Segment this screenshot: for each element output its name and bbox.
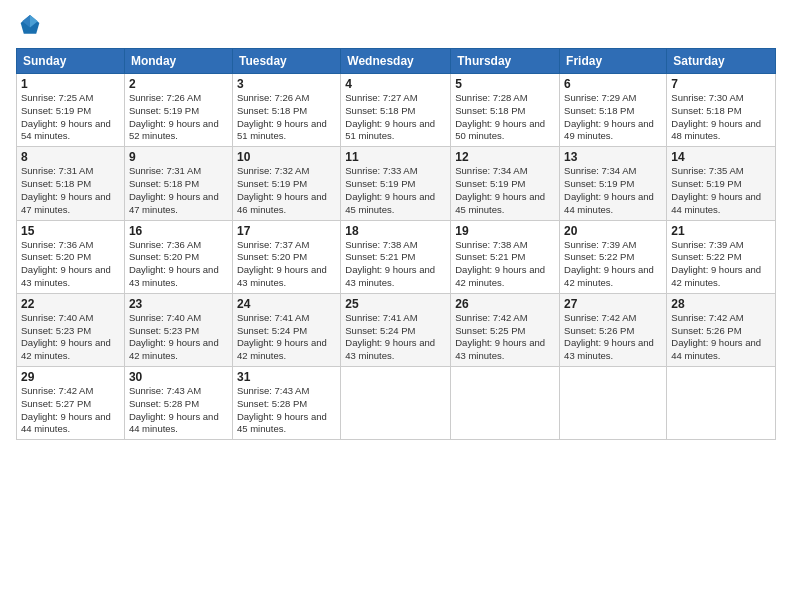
day-number: 13 <box>564 150 662 164</box>
calendar-day-cell: 17 Sunrise: 7:37 AM Sunset: 5:20 PM Dayl… <box>232 220 340 293</box>
day-info: Sunrise: 7:40 AM Sunset: 5:23 PM Dayligh… <box>21 312 120 363</box>
day-number: 7 <box>671 77 771 91</box>
calendar-day-cell: 20 Sunrise: 7:39 AM Sunset: 5:22 PM Dayl… <box>560 220 667 293</box>
calendar-day-cell: 5 Sunrise: 7:28 AM Sunset: 5:18 PM Dayli… <box>451 74 560 147</box>
calendar-table: SundayMondayTuesdayWednesdayThursdayFrid… <box>16 48 776 440</box>
day-info: Sunrise: 7:31 AM Sunset: 5:18 PM Dayligh… <box>21 165 120 216</box>
empty-cell <box>667 367 776 440</box>
day-number: 22 <box>21 297 120 311</box>
day-number: 11 <box>345 150 446 164</box>
day-info: Sunrise: 7:40 AM Sunset: 5:23 PM Dayligh… <box>129 312 228 363</box>
calendar-day-cell: 14 Sunrise: 7:35 AM Sunset: 5:19 PM Dayl… <box>667 147 776 220</box>
calendar-day-cell: 26 Sunrise: 7:42 AM Sunset: 5:25 PM Dayl… <box>451 293 560 366</box>
calendar-header-sunday: Sunday <box>17 49 125 74</box>
day-number: 5 <box>455 77 555 91</box>
day-number: 4 <box>345 77 446 91</box>
day-info: Sunrise: 7:32 AM Sunset: 5:19 PM Dayligh… <box>237 165 336 216</box>
empty-cell <box>341 367 451 440</box>
calendar-day-cell: 11 Sunrise: 7:33 AM Sunset: 5:19 PM Dayl… <box>341 147 451 220</box>
logo-icon <box>16 12 44 40</box>
calendar-day-cell: 23 Sunrise: 7:40 AM Sunset: 5:23 PM Dayl… <box>124 293 232 366</box>
day-info: Sunrise: 7:42 AM Sunset: 5:26 PM Dayligh… <box>564 312 662 363</box>
day-info: Sunrise: 7:36 AM Sunset: 5:20 PM Dayligh… <box>129 239 228 290</box>
day-number: 10 <box>237 150 336 164</box>
calendar-day-cell: 19 Sunrise: 7:38 AM Sunset: 5:21 PM Dayl… <box>451 220 560 293</box>
day-info: Sunrise: 7:26 AM Sunset: 5:19 PM Dayligh… <box>129 92 228 143</box>
calendar-day-cell: 8 Sunrise: 7:31 AM Sunset: 5:18 PM Dayli… <box>17 147 125 220</box>
calendar-header-tuesday: Tuesday <box>232 49 340 74</box>
day-number: 6 <box>564 77 662 91</box>
calendar-day-cell: 18 Sunrise: 7:38 AM Sunset: 5:21 PM Dayl… <box>341 220 451 293</box>
day-number: 3 <box>237 77 336 91</box>
calendar-day-cell: 12 Sunrise: 7:34 AM Sunset: 5:19 PM Dayl… <box>451 147 560 220</box>
day-info: Sunrise: 7:41 AM Sunset: 5:24 PM Dayligh… <box>237 312 336 363</box>
empty-cell <box>451 367 560 440</box>
day-info: Sunrise: 7:31 AM Sunset: 5:18 PM Dayligh… <box>129 165 228 216</box>
calendar-header-wednesday: Wednesday <box>341 49 451 74</box>
calendar-day-cell: 27 Sunrise: 7:42 AM Sunset: 5:26 PM Dayl… <box>560 293 667 366</box>
day-number: 20 <box>564 224 662 238</box>
day-number: 14 <box>671 150 771 164</box>
day-info: Sunrise: 7:42 AM Sunset: 5:26 PM Dayligh… <box>671 312 771 363</box>
day-info: Sunrise: 7:30 AM Sunset: 5:18 PM Dayligh… <box>671 92 771 143</box>
calendar-day-cell: 4 Sunrise: 7:27 AM Sunset: 5:18 PM Dayli… <box>341 74 451 147</box>
day-number: 17 <box>237 224 336 238</box>
calendar-day-cell: 21 Sunrise: 7:39 AM Sunset: 5:22 PM Dayl… <box>667 220 776 293</box>
day-info: Sunrise: 7:42 AM Sunset: 5:27 PM Dayligh… <box>21 385 120 436</box>
empty-cell <box>560 367 667 440</box>
day-info: Sunrise: 7:38 AM Sunset: 5:21 PM Dayligh… <box>455 239 555 290</box>
calendar-header-monday: Monday <box>124 49 232 74</box>
day-info: Sunrise: 7:37 AM Sunset: 5:20 PM Dayligh… <box>237 239 336 290</box>
day-number: 21 <box>671 224 771 238</box>
day-info: Sunrise: 7:39 AM Sunset: 5:22 PM Dayligh… <box>671 239 771 290</box>
calendar-header-row: SundayMondayTuesdayWednesdayThursdayFrid… <box>17 49 776 74</box>
calendar-day-cell: 24 Sunrise: 7:41 AM Sunset: 5:24 PM Dayl… <box>232 293 340 366</box>
day-number: 18 <box>345 224 446 238</box>
calendar-day-cell: 9 Sunrise: 7:31 AM Sunset: 5:18 PM Dayli… <box>124 147 232 220</box>
day-info: Sunrise: 7:43 AM Sunset: 5:28 PM Dayligh… <box>129 385 228 436</box>
day-number: 12 <box>455 150 555 164</box>
day-info: Sunrise: 7:43 AM Sunset: 5:28 PM Dayligh… <box>237 385 336 436</box>
day-info: Sunrise: 7:39 AM Sunset: 5:22 PM Dayligh… <box>564 239 662 290</box>
day-number: 29 <box>21 370 120 384</box>
calendar-day-cell: 10 Sunrise: 7:32 AM Sunset: 5:19 PM Dayl… <box>232 147 340 220</box>
day-info: Sunrise: 7:36 AM Sunset: 5:20 PM Dayligh… <box>21 239 120 290</box>
calendar-day-cell: 7 Sunrise: 7:30 AM Sunset: 5:18 PM Dayli… <box>667 74 776 147</box>
calendar-day-cell: 3 Sunrise: 7:26 AM Sunset: 5:18 PM Dayli… <box>232 74 340 147</box>
day-number: 15 <box>21 224 120 238</box>
calendar-body: 1 Sunrise: 7:25 AM Sunset: 5:19 PM Dayli… <box>17 74 776 440</box>
day-info: Sunrise: 7:28 AM Sunset: 5:18 PM Dayligh… <box>455 92 555 143</box>
calendar-day-cell: 1 Sunrise: 7:25 AM Sunset: 5:19 PM Dayli… <box>17 74 125 147</box>
calendar-header-thursday: Thursday <box>451 49 560 74</box>
calendar-header-friday: Friday <box>560 49 667 74</box>
day-number: 23 <box>129 297 228 311</box>
calendar-week-row: 15 Sunrise: 7:36 AM Sunset: 5:20 PM Dayl… <box>17 220 776 293</box>
day-number: 2 <box>129 77 228 91</box>
calendar-day-cell: 25 Sunrise: 7:41 AM Sunset: 5:24 PM Dayl… <box>341 293 451 366</box>
day-number: 25 <box>345 297 446 311</box>
calendar-day-cell: 15 Sunrise: 7:36 AM Sunset: 5:20 PM Dayl… <box>17 220 125 293</box>
day-number: 26 <box>455 297 555 311</box>
day-info: Sunrise: 7:29 AM Sunset: 5:18 PM Dayligh… <box>564 92 662 143</box>
calendar-week-row: 29 Sunrise: 7:42 AM Sunset: 5:27 PM Dayl… <box>17 367 776 440</box>
day-number: 9 <box>129 150 228 164</box>
calendar-week-row: 22 Sunrise: 7:40 AM Sunset: 5:23 PM Dayl… <box>17 293 776 366</box>
calendar-day-cell: 6 Sunrise: 7:29 AM Sunset: 5:18 PM Dayli… <box>560 74 667 147</box>
calendar-day-cell: 31 Sunrise: 7:43 AM Sunset: 5:28 PM Dayl… <box>232 367 340 440</box>
logo <box>16 12 48 40</box>
day-number: 30 <box>129 370 228 384</box>
day-number: 1 <box>21 77 120 91</box>
day-info: Sunrise: 7:34 AM Sunset: 5:19 PM Dayligh… <box>564 165 662 216</box>
day-info: Sunrise: 7:25 AM Sunset: 5:19 PM Dayligh… <box>21 92 120 143</box>
day-number: 27 <box>564 297 662 311</box>
day-info: Sunrise: 7:33 AM Sunset: 5:19 PM Dayligh… <box>345 165 446 216</box>
calendar-day-cell: 22 Sunrise: 7:40 AM Sunset: 5:23 PM Dayl… <box>17 293 125 366</box>
day-info: Sunrise: 7:26 AM Sunset: 5:18 PM Dayligh… <box>237 92 336 143</box>
day-info: Sunrise: 7:34 AM Sunset: 5:19 PM Dayligh… <box>455 165 555 216</box>
day-info: Sunrise: 7:41 AM Sunset: 5:24 PM Dayligh… <box>345 312 446 363</box>
page-header <box>16 12 776 40</box>
calendar-day-cell: 29 Sunrise: 7:42 AM Sunset: 5:27 PM Dayl… <box>17 367 125 440</box>
calendar-day-cell: 2 Sunrise: 7:26 AM Sunset: 5:19 PM Dayli… <box>124 74 232 147</box>
day-number: 28 <box>671 297 771 311</box>
calendar-header-saturday: Saturday <box>667 49 776 74</box>
